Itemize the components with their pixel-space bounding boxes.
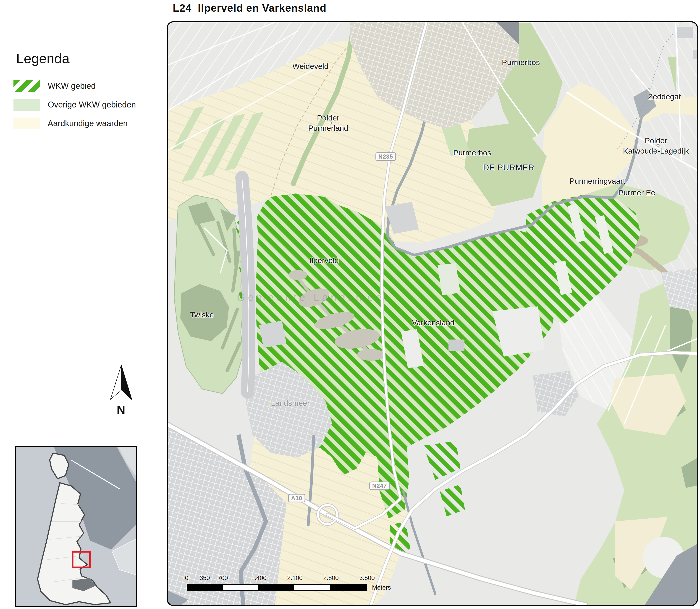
label-varkensland: Varkensland xyxy=(412,318,455,328)
scalebar: 0 350 700 1.400 2.100 2.800 3.500 Meters xyxy=(187,575,415,591)
aardkundige-swatch-icon xyxy=(14,118,40,129)
scalebar-unit: Meters xyxy=(372,584,391,591)
katwoude-marker-icon xyxy=(656,144,660,147)
label-purmerbos-north: Purmerbos xyxy=(502,57,540,68)
purmerland-marker-icon xyxy=(329,122,332,125)
label-de-purmer: DE PURMER xyxy=(483,162,534,173)
legend-title: Legenda xyxy=(16,51,136,66)
label-zeddegat: Zeddegat xyxy=(648,91,681,102)
legend-item-label: Aardkundige waarden xyxy=(48,119,127,128)
road-shield-n235: N235 xyxy=(375,153,396,161)
label-twiske: Twiske xyxy=(190,310,214,320)
road-shield-a10: A10 xyxy=(288,494,305,502)
legend-item-aardkundig: Aardkundige waarden xyxy=(14,118,136,129)
label-purmer-ee: Purmer Ee xyxy=(618,188,655,198)
scalebar-bar xyxy=(187,584,367,591)
legend-item-label: Overige WKW gebieden xyxy=(48,100,136,109)
north-arrow-icon: N xyxy=(107,362,135,415)
page: L24 Ilperveld en Varkensland Legenda WKW… xyxy=(0,0,700,609)
road-shield-n247: N247 xyxy=(369,482,390,490)
label-polder-katwoude: Polder Katwoude-Lagedijk xyxy=(623,136,689,156)
map-title: L24 Ilperveld en Varkensland xyxy=(173,2,326,14)
label-ilperveld: Ilperveld xyxy=(309,255,339,266)
label-purmerbos-south: Purmerbos xyxy=(453,147,491,158)
gemeente-watermark: Gemeente Landsmeer xyxy=(237,291,391,303)
label-weideveld: Weideveld xyxy=(292,61,328,71)
legend-item-wkw: WKW gebied xyxy=(14,80,136,92)
overige-wkw-swatch-icon xyxy=(14,99,40,111)
inset-locator-map xyxy=(15,446,137,607)
legend: Legenda WKW gebied Overige WKW gebieden … xyxy=(14,51,136,136)
legend-item-overige: Overige WKW gebieden xyxy=(14,99,136,111)
wkw-hatch-swatch-icon xyxy=(14,80,40,92)
label-purmerringvaart: Purmerringvaart xyxy=(569,176,625,186)
legend-item-label: WKW gebied xyxy=(48,81,96,91)
main-map: Weideveld Purmerbos Zeddegat Polder Purm… xyxy=(167,21,698,606)
label-polder-purmerland: Polder Purmerland xyxy=(308,113,348,133)
north-label: N xyxy=(117,403,125,417)
scalebar-ticks: 0 350 700 1.400 2.100 2.800 3.500 xyxy=(187,575,415,583)
label-landsmeer: Landsmeer xyxy=(271,398,310,408)
map-terrain xyxy=(168,22,697,605)
